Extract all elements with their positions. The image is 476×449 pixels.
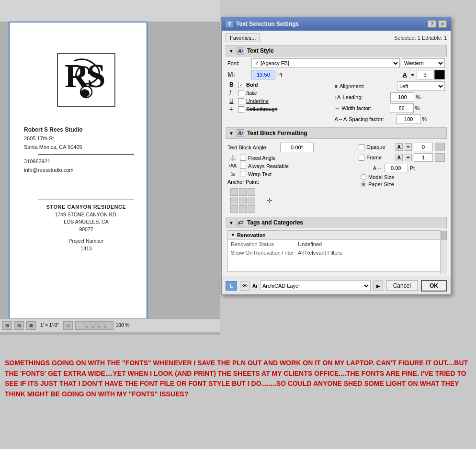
paper-size-radio[interactable]: [361, 181, 366, 187]
project-number-label: Project Number: [24, 237, 148, 245]
opaque-swatch[interactable]: [435, 143, 445, 151]
zoom-tools[interactable]: 🔍 🔍 🔍 🔍: [75, 321, 113, 330]
opaque-checkbox[interactable]: [359, 144, 364, 150]
bold-b-icon: B: [229, 81, 236, 88]
fixed-angle-checkbox[interactable]: [240, 155, 246, 161]
opaque-pen-button[interactable]: ✒: [405, 143, 412, 151]
archicad-layer-select[interactable]: ArchiCAD Layer: [260, 281, 371, 291]
italic-checkbox[interactable]: [238, 90, 244, 96]
anchor-bc[interactable]: [239, 205, 247, 213]
firm-address1: 2605 17th St.: [24, 135, 148, 143]
dialog-body: Favorites... Selected: 1 Editable: 1 ▼ A…: [222, 31, 451, 277]
anchor-grid: [230, 188, 255, 213]
favorites-button[interactable]: Favorites...: [226, 34, 260, 42]
firm-logo: RS: [48, 49, 125, 111]
anchor-br[interactable]: [248, 205, 255, 213]
anchor-mr[interactable]: [248, 197, 255, 204]
tags-icon: 🏷: [237, 219, 244, 226]
frame-checkbox[interactable]: [359, 155, 364, 161]
leading-input[interactable]: [390, 92, 414, 102]
spacing-row: A↔A Spacing factor: %: [333, 114, 447, 124]
underline-checkbox[interactable]: [238, 98, 244, 104]
grid-icon[interactable]: ⊟: [14, 321, 24, 330]
close-button[interactable]: ✕: [438, 20, 447, 28]
tags-scrollbar[interactable]: [440, 230, 447, 274]
help-button[interactable]: ?: [428, 20, 436, 28]
width-icon: ↔: [335, 105, 340, 111]
frame-pen-button[interactable]: ✒: [405, 154, 412, 161]
text-style-icon: Aı: [237, 47, 244, 55]
text-selection-dialog: T Text Selection Settings ? ✕ Favorites.…: [221, 17, 451, 295]
dialog-title-left: T Text Selection Settings: [226, 20, 299, 28]
firm-info: Robert S Rees Studio 2605 17th St. Santa…: [24, 125, 148, 175]
text-style-arrow: ▼: [229, 48, 234, 54]
font-script-select[interactable]: Western: [402, 58, 445, 68]
paper-size-label: Paper Size: [368, 181, 394, 187]
ok-button[interactable]: OK: [421, 280, 447, 292]
firm-name: Robert S Rees Studio: [24, 125, 148, 135]
anchor-bl[interactable]: [230, 205, 238, 213]
strikethrough-checkbox[interactable]: [238, 106, 244, 112]
alignment-select[interactable]: Left: [397, 81, 445, 91]
scrollbar-thumb[interactable]: [441, 231, 447, 240]
renovation-label: Renovation: [237, 232, 266, 238]
show-renovation-row: Show On Renovation Filter All Relevant F…: [228, 248, 444, 257]
anchor-tr[interactable]: [248, 188, 255, 196]
dialog-title: Text Selection Settings: [236, 21, 299, 27]
anchor-tl[interactable]: [230, 188, 238, 196]
text-style-section-header[interactable]: ▼ Aı Text Style: [226, 45, 447, 56]
selected-info: Selected: 1 Editable: 1: [394, 35, 447, 41]
always-readable-icon: ↺A: [229, 163, 237, 169]
color-swatch[interactable]: [434, 70, 445, 79]
spacing-icon: A↔A: [335, 116, 347, 122]
anchor-tc[interactable]: [239, 188, 247, 196]
toolbar-bottom: ⊞ ⊟ ⊠ 1' = 1'-0" ◁ 🔍 🔍 🔍 🔍 100 %: [0, 318, 220, 332]
width-label: Width factor:: [342, 105, 390, 111]
angle-input[interactable]: [280, 143, 314, 152]
frame-swatch[interactable]: [435, 153, 445, 162]
strikethrough-item: T̶ Strikethrough: [229, 106, 277, 112]
project-number: 1413: [24, 245, 148, 253]
anchor-ml[interactable]: [230, 197, 238, 204]
cancel-button[interactable]: Cancel: [386, 281, 418, 291]
nav-prev-icon[interactable]: ◁: [63, 321, 73, 330]
spacing-input[interactable]: [397, 114, 420, 124]
top-bar: Favorites... Selected: 1 Editable: 1: [226, 34, 447, 42]
text-block-header[interactable]: ▼ Aı Text Block Formatting: [226, 127, 447, 139]
drawing-area: RS Robert S Rees Studio 2605 17th St. Sa…: [0, 0, 220, 335]
project-address1: 1749 STONE CANYON RD.: [24, 211, 148, 219]
strikethrough-row: T̶ Strikethrough: [227, 106, 331, 112]
opaque-a-button[interactable]: A: [396, 143, 403, 151]
font-select[interactable]: ✓ [Agency FB]: [251, 58, 400, 68]
strike-icon: T̶: [229, 106, 236, 112]
layer-arrow-button[interactable]: ▶: [374, 281, 383, 291]
text-style-label: Text Style: [247, 47, 274, 54]
bold-checkbox[interactable]: [238, 82, 244, 88]
wrap-text-checkbox[interactable]: [240, 171, 246, 177]
opaque-value[interactable]: [414, 143, 433, 151]
always-readable-checkbox[interactable]: [240, 163, 246, 169]
strikethrough-label: Strikethrough: [246, 106, 277, 112]
a-dots-icon: A⋯: [373, 166, 381, 171]
frame-value[interactable]: [414, 153, 433, 162]
size-input[interactable]: [251, 70, 275, 79]
snap-icon[interactable]: ⊞: [2, 321, 12, 330]
anchor-mc[interactable]: [239, 197, 247, 204]
pen-icon: ✒: [411, 72, 415, 78]
tags-arrow: ▼: [229, 220, 234, 225]
logo-area: RS: [24, 49, 148, 112]
snap2-icon[interactable]: ⊠: [26, 321, 36, 330]
frame-a-button[interactable]: A: [396, 154, 403, 161]
dialog-controls: ? ✕: [428, 20, 447, 28]
tags-label: Tags and Categories: [247, 219, 303, 226]
bold-item: B Bold: [229, 81, 258, 88]
a-underline-icon: A: [403, 71, 407, 79]
leading-icon: ↕A: [335, 94, 341, 100]
color-input[interactable]: [417, 70, 433, 79]
model-size-radio[interactable]: [361, 174, 366, 180]
width-input[interactable]: [390, 103, 414, 113]
pt-value-input[interactable]: [384, 164, 408, 172]
tags-section-header[interactable]: ▼ 🏷 Tags and Categories: [226, 217, 447, 228]
project-zip: 90077: [24, 226, 148, 234]
renovation-header[interactable]: ▼ Renovation: [228, 231, 444, 240]
